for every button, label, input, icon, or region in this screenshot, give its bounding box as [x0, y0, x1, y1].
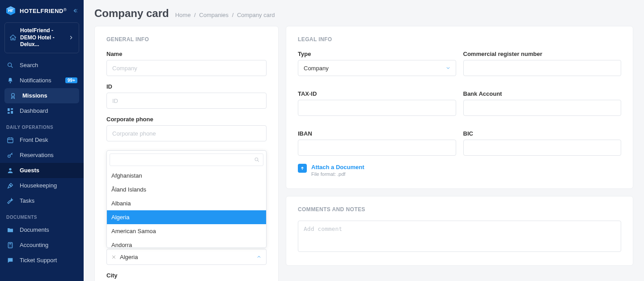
house-icon [9, 34, 17, 41]
svg-line-24 [258, 161, 259, 162]
country-option[interactable]: Afghanistan [107, 169, 266, 183]
sidebar-item-label: Ticket Support [20, 257, 57, 264]
chevron-right-icon [68, 34, 74, 41]
sidebar-item-label: Reservations [20, 152, 54, 158]
sidebar-collapse-button[interactable] [72, 8, 78, 14]
iban-input[interactable] [298, 140, 456, 156]
tax-label: TAX-ID [298, 90, 456, 97]
legal-info-card: LEGAL INFO Type Commercial register numb… [286, 26, 633, 189]
sidebar-item-label: Front Desk [20, 136, 48, 143]
breadcrumb-companies[interactable]: Companies [199, 12, 229, 18]
sidebar-item-label: Search [20, 62, 38, 68]
sidebar-item-label: Missions [22, 92, 47, 99]
upload-icon [298, 164, 307, 173]
notifications-badge: 99+ [65, 77, 77, 83]
sidebar-item-missions[interactable]: Missions [4, 88, 79, 103]
bic-label: BIC [463, 130, 622, 137]
type-select[interactable] [298, 60, 456, 76]
sidebar-item-front_desk[interactable]: Front Desk [0, 132, 84, 148]
key-icon [6, 152, 14, 159]
sidebar-item-accounting[interactable]: Accounting [0, 238, 84, 253]
svg-text:HF: HF [8, 9, 13, 13]
main-content: Company card Home / Companies / Company … [84, 0, 644, 281]
country-dropdown: AfghanistanÅland IslandsAlbaniaAlgeriaAm… [106, 150, 267, 248]
breadcrumb: Home / Companies / Company card [175, 12, 275, 18]
country-option[interactable]: American Samoa [107, 224, 266, 238]
country-dropdown-search-wrap [107, 151, 266, 169]
sidebar-item-label: Housekeeping [20, 182, 57, 189]
country-select: AfghanistanÅland IslandsAlbaniaAlgeriaAm… [106, 249, 267, 265]
clear-selection-button[interactable] [111, 255, 116, 260]
name-input[interactable] [106, 60, 267, 76]
chevron-up-icon [256, 254, 262, 260]
svg-rect-18 [9, 243, 11, 244]
country-search-input[interactable] [110, 153, 263, 166]
id-label: ID [106, 83, 267, 90]
svg-point-21 [9, 246, 9, 247]
crn-label: Commercial register number [463, 51, 622, 57]
sidebar-item-guests[interactable]: Guests [0, 163, 84, 178]
svg-point-22 [11, 246, 11, 247]
svg-point-19 [9, 245, 9, 246]
id-input[interactable] [106, 93, 267, 109]
country-option[interactable]: Åland Islands [107, 183, 266, 196]
sidebar-item-label: Notifications [20, 77, 51, 84]
attach-title: Attach a Document [311, 164, 364, 170]
sidebar-item-label: Accounting [20, 242, 48, 248]
general-info-card: GENERAL INFO Name ID Corporate phone [94, 26, 279, 281]
svg-point-23 [255, 158, 258, 161]
section-daily-operations: DAILY OPERATIONS [0, 119, 84, 132]
sidebar-item-ticket_support[interactable]: Ticket Support [0, 253, 84, 268]
country-selected-value: Algeria [120, 254, 138, 260]
sidebar-item-notifications[interactable]: Notifications99+ [0, 73, 84, 88]
bank-input[interactable] [463, 100, 622, 116]
calendar-icon [6, 136, 14, 144]
guest-icon [6, 167, 14, 174]
bic-input[interactable] [463, 140, 622, 156]
svg-point-5 [10, 82, 11, 83]
country-option[interactable]: Albania [107, 196, 266, 210]
svg-point-3 [8, 63, 12, 66]
crn-input[interactable] [463, 60, 622, 76]
section-documents: DOCUMENTS [0, 209, 84, 222]
country-dropdown-list[interactable]: AfghanistanÅland IslandsAlbaniaAlgeriaAm… [107, 169, 266, 247]
sidebar-item-label: Dashboard [20, 107, 48, 114]
bell-icon [6, 77, 14, 84]
svg-rect-17 [8, 243, 12, 248]
general-info-title: GENERAL INFO [106, 36, 267, 43]
comment-input[interactable] [298, 221, 621, 252]
country-option[interactable]: Andorra [107, 238, 266, 247]
sidebar-item-housekeeping[interactable]: Housekeeping [0, 178, 84, 193]
svg-rect-8 [11, 108, 13, 110]
svg-point-15 [8, 155, 10, 157]
badge-icon [9, 92, 17, 99]
phone-input[interactable] [106, 125, 267, 141]
page-title: Company card [94, 7, 169, 20]
bank-label: Bank Account [463, 90, 622, 97]
breadcrumb-home[interactable]: Home [175, 12, 191, 18]
tax-input[interactable] [298, 100, 456, 116]
sidebar-item-tasks[interactable]: Tasks [0, 193, 84, 209]
sidebar-item-documents[interactable]: Documents [0, 222, 84, 238]
legal-info-title: LEGAL INFO [298, 36, 621, 43]
sidebar-item-search[interactable]: Search [0, 58, 84, 73]
breadcrumb-current: Company card [237, 12, 275, 18]
hotel-picker[interactable]: HotelFriend - DEMO Hotel - Delux... [4, 22, 79, 53]
city-label: City [106, 272, 267, 279]
logo-text: HOTELFRIEND® [20, 8, 67, 14]
attach-document[interactable]: Attach a Document File format: .pdf [298, 164, 621, 177]
wrench-icon [6, 197, 14, 204]
svg-point-6 [12, 93, 15, 96]
type-label: Type [298, 51, 456, 57]
svg-line-4 [11, 66, 13, 68]
svg-rect-11 [8, 138, 13, 143]
country-option[interactable]: Algeria [107, 210, 266, 224]
search-icon [254, 157, 260, 163]
country-display[interactable]: Algeria [106, 249, 267, 265]
sidebar-item-dashboard[interactable]: Dashboard [0, 103, 84, 119]
sidebar-item-reservations[interactable]: Reservations [0, 148, 84, 163]
sidebar-item-label: Guests [20, 167, 39, 174]
comments-card: COMMENTS AND NOTES [286, 196, 633, 266]
hotel-picker-label: HotelFriend - DEMO Hotel - Delux... [20, 27, 68, 48]
attach-sub: File format: .pdf [311, 171, 364, 177]
